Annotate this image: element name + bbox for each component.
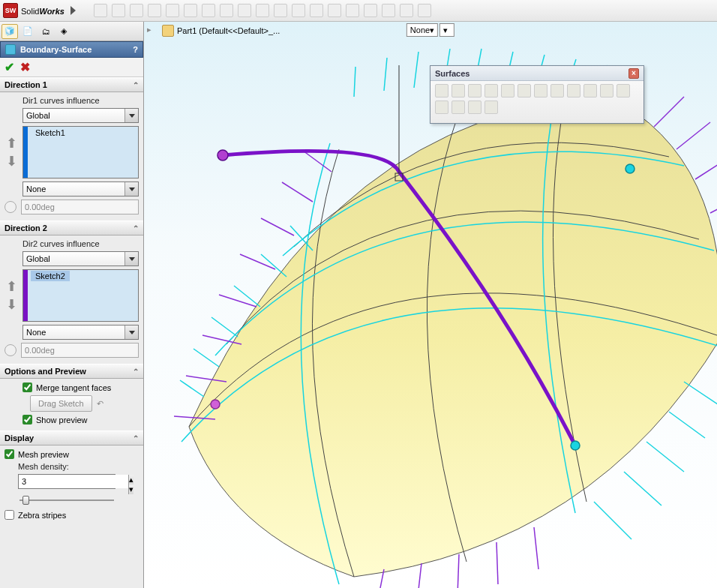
move-up-button[interactable]: ⬆ — [6, 281, 17, 292]
svg-line-20 — [594, 502, 632, 539]
move-down-button[interactable]: ⬇ — [6, 299, 17, 310]
pm-tab-feature[interactable]: 🧊 — [2, 24, 18, 39]
surfaces-window-header[interactable]: Surfaces × — [430, 66, 644, 81]
pm-tab-config[interactable]: 📄 — [20, 24, 36, 39]
surf-icon-13[interactable] — [435, 100, 448, 114]
svg-line-18 — [646, 442, 684, 472]
surf-icon-9[interactable] — [567, 84, 580, 98]
svg-line-29 — [282, 182, 313, 202]
tool6-icon[interactable] — [382, 4, 395, 17]
pm-tabs: 🧊 📄 🗂 ◈ — [0, 22, 143, 41]
undo-drag-icon[interactable]: ↶ — [97, 399, 104, 409]
dir1-reset-icon[interactable] — [4, 201, 16, 213]
surf-icon-15[interactable] — [468, 100, 482, 114]
svg-line-39 — [496, 542, 498, 584]
app-brand: SolidWorks — [21, 4, 64, 17]
brand-menu-arrow[interactable] — [70, 6, 76, 15]
surf-icon-12[interactable] — [616, 84, 630, 98]
direction2-header[interactable]: Direction 2⌃ — [0, 220, 143, 236]
select-icon[interactable] — [184, 4, 197, 17]
mesh-density-label: Mesh density: — [18, 462, 139, 471]
tool5-icon[interactable] — [364, 4, 377, 17]
display-header[interactable]: Display⌃ — [0, 430, 143, 446]
dir2-influence-combo[interactable]: Global — [22, 251, 139, 266]
zebra-stripes-checkbox[interactable]: Zebra stripes — [4, 510, 139, 520]
breadcrumb-expand-icon[interactable]: ▸ — [147, 25, 159, 37]
dir1-curve-list[interactable]: Sketch1 — [22, 126, 139, 178]
tangent-select[interactable]: None ▾ — [406, 23, 438, 37]
dir1-list-item[interactable]: Sketch1 — [31, 128, 70, 138]
redo-icon[interactable] — [166, 4, 179, 17]
surf-icon-10[interactable] — [584, 84, 597, 98]
svg-line-16 — [684, 382, 717, 404]
close-icon[interactable]: × — [628, 68, 639, 79]
dir2-list-item[interactable]: Sketch2 — [31, 271, 70, 281]
new-icon[interactable] — [94, 4, 107, 17]
undo-icon[interactable] — [148, 4, 161, 17]
surf-icon-2[interactable] — [452, 84, 465, 98]
help-button[interactable]: ? — [133, 45, 138, 54]
tool3-icon[interactable] — [328, 4, 341, 17]
surfaces-toolbar-window[interactable]: Surfaces × — [430, 65, 644, 124]
graphics-viewport[interactable]: ▸ Part1 (Default<<Default>_... None ▾ ▾ … — [144, 22, 717, 588]
spin-up[interactable]: ▴ — [128, 475, 134, 484]
svg-line-24 — [710, 193, 717, 213]
surf-icon-1[interactable] — [435, 84, 448, 98]
surf-icon-7[interactable] — [534, 84, 548, 98]
dir1-tangent-combo[interactable]: None — [22, 182, 139, 196]
surf-icon-14[interactable] — [452, 100, 465, 114]
open-icon[interactable] — [112, 4, 125, 17]
dir1-influence-combo[interactable]: Global — [22, 108, 139, 123]
show-preview-checkbox[interactable]: Show preview — [22, 415, 139, 424]
surf-icon-6[interactable] — [518, 84, 531, 98]
dir2-curve-list[interactable]: Sketch2 — [22, 269, 139, 322]
dir2-tangent-combo[interactable]: None — [22, 325, 139, 340]
dir1-angle-input[interactable]: 0.00deg — [21, 200, 139, 214]
save-icon[interactable] — [130, 4, 143, 17]
view-icon[interactable] — [274, 4, 287, 17]
mesh-density-slider[interactable] — [18, 494, 116, 507]
pm-tab-display[interactable]: 🗂 — [38, 24, 54, 39]
surf-icon-8[interactable] — [550, 84, 564, 98]
collapse-icon: ⌃ — [133, 434, 139, 442]
mesh-density-spinner[interactable]: ▴▾ — [18, 474, 116, 489]
toolbar-icons — [94, 4, 431, 17]
rebuild-icon[interactable] — [220, 4, 233, 17]
options-icon[interactable] — [238, 4, 251, 17]
tool2-icon[interactable] — [310, 4, 323, 17]
drag-sketch-button[interactable]: Drag Sketch — [30, 395, 92, 412]
tool7-icon[interactable] — [400, 4, 413, 17]
svg-line-23 — [695, 155, 717, 179]
tool4-icon[interactable] — [346, 4, 359, 17]
move-up-button[interactable]: ⬆ — [6, 138, 17, 148]
sketch-icon[interactable] — [202, 4, 215, 17]
direction1-header[interactable]: Direction 1⌃ — [0, 77, 143, 92]
tangent-dir-select[interactable]: ▾ — [440, 23, 454, 37]
spin-down[interactable]: ▾ — [128, 484, 134, 494]
surf-icon-11[interactable] — [600, 84, 614, 98]
surf-icon-4[interactable] — [484, 84, 498, 98]
cancel-button[interactable]: ✖ — [20, 60, 30, 74]
move-down-button[interactable]: ⬇ — [6, 156, 17, 166]
pm-tab-dim[interactable]: ◈ — [56, 24, 72, 39]
ok-button[interactable]: ✔ — [4, 60, 14, 74]
svg-line-30 — [261, 218, 294, 236]
feature-title-bar: Boundary-Surface ? — [0, 41, 143, 58]
svg-line-19 — [624, 472, 662, 506]
dir2-angle-input[interactable]: 0.00deg — [21, 343, 139, 358]
mesh-preview-checkbox[interactable]: Mesh preview — [4, 449, 139, 459]
breadcrumb-text[interactable]: Part1 (Default<<Default>_... — [177, 26, 280, 35]
surf-icon-5[interactable] — [501, 84, 514, 98]
tool1-icon[interactable] — [292, 4, 305, 17]
collapse-icon: ⌃ — [133, 81, 139, 89]
svg-line-2 — [414, 52, 418, 88]
options-header[interactable]: Options and Preview⌃ — [0, 364, 143, 379]
dir2-reset-icon[interactable] — [4, 344, 16, 356]
appearance-icon[interactable] — [256, 4, 269, 17]
tool8-icon[interactable] — [418, 4, 431, 17]
merge-tangent-checkbox[interactable]: Merge tangent faces — [22, 382, 139, 392]
ok-cancel-bar: ✔ ✖ — [0, 58, 143, 77]
surf-icon-3[interactable] — [468, 84, 482, 98]
part-icon[interactable] — [162, 25, 174, 37]
surf-icon-16[interactable] — [484, 100, 498, 114]
